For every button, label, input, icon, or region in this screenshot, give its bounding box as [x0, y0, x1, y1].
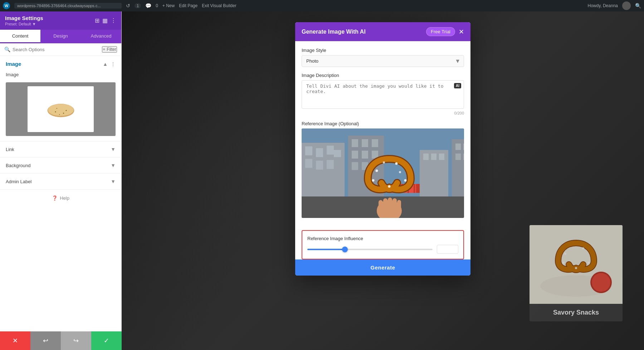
admin-label-chevron-icon[interactable]: ▼	[111, 179, 116, 184]
sidebar-title: Image Settings	[5, 15, 43, 21]
image-section-header[interactable]: Image ▲ ⋮	[0, 56, 121, 72]
link-section-title: Link	[6, 147, 14, 152]
svg-rect-21	[327, 146, 334, 155]
modal-body: Image Style Photo ▼ Image Description	[295, 41, 470, 230]
generate-button[interactable]: Generate	[295, 259, 470, 276]
cancel-button[interactable]: ✕	[0, 331, 30, 350]
new-button[interactable]: + New	[162, 3, 175, 8]
image-section-title: Image	[6, 61, 21, 67]
sidebar-header-icons: ⊞ ▦ ⋮	[95, 17, 116, 24]
svg-rect-30	[352, 151, 358, 159]
image-label-row: Image	[0, 72, 121, 82]
sidebar-preset[interactable]: Preset: Default ▼	[5, 22, 43, 26]
reload-icon[interactable]: ↺	[126, 3, 130, 9]
reference-image-container	[302, 128, 464, 218]
help-section[interactable]: ❓ Help	[0, 190, 121, 206]
tab-advanced[interactable]: Advanced	[81, 30, 121, 43]
modal-title: Generate Image With AI	[302, 29, 366, 35]
svg-point-59	[395, 162, 398, 165]
search-icon[interactable]: 🔍	[635, 3, 641, 9]
layout-icon[interactable]: ▦	[102, 17, 108, 24]
svg-point-3	[55, 111, 56, 112]
background-chevron-icon[interactable]: ▼	[111, 162, 116, 168]
undo-button[interactable]: ↩	[30, 331, 61, 350]
ai-badge: AI	[454, 83, 461, 88]
svg-rect-40	[455, 144, 461, 150]
image-style-group: Image Style Photo ▼	[302, 48, 464, 67]
svg-point-60	[404, 179, 407, 182]
filter-label: Filter	[107, 47, 116, 52]
reference-image-group: Reference Image (Optional)	[302, 121, 464, 218]
slider-track	[307, 249, 433, 250]
image-style-select[interactable]: Photo	[302, 55, 464, 67]
link-section-header[interactable]: Link ▼	[0, 141, 121, 157]
image-section-more-icon[interactable]: ⋮	[111, 61, 116, 67]
modal-header: Generate Image With AI Free Trial ✕	[295, 22, 470, 41]
svg-rect-41	[463, 144, 464, 150]
image-description-textarea[interactable]	[302, 80, 464, 109]
search-icon: 🔍	[4, 47, 10, 52]
preview-image	[45, 97, 77, 122]
wp-logo-icon[interactable]: W	[3, 2, 10, 9]
svg-rect-23	[305, 159, 312, 168]
admin-label-section-title: Admin Label	[6, 179, 31, 184]
svg-rect-22	[334, 150, 341, 157]
filter-button[interactable]: + Filter	[102, 46, 117, 53]
comments-icon[interactable]: 💬	[145, 3, 151, 9]
counter-badge: 1	[135, 3, 141, 8]
comments-count: 0	[156, 3, 158, 8]
textarea-wrapper: AI	[302, 80, 464, 110]
confirm-button[interactable]: ✓	[91, 331, 122, 350]
tab-content[interactable]: Content	[0, 30, 40, 43]
redo-button[interactable]: ↪	[61, 331, 91, 350]
svg-rect-38	[439, 154, 444, 160]
edit-page-button[interactable]: Edit Page	[179, 3, 197, 8]
svg-rect-20	[316, 148, 323, 157]
help-label: Help	[60, 195, 69, 201]
svg-rect-29	[372, 139, 378, 147]
image-sublabel: Image	[6, 72, 19, 77]
svg-rect-42	[455, 154, 461, 160]
search-bar: 🔍 + Filter	[0, 43, 121, 56]
image-section-controls: ▲ ⋮	[103, 61, 116, 67]
svg-rect-27	[352, 139, 358, 147]
char-count: 0/200	[302, 111, 464, 115]
svg-rect-54	[383, 198, 387, 214]
modal-overlay: Generate Image With AI Free Trial ✕ Imag…	[122, 11, 644, 350]
image-style-label: Image Style	[302, 48, 464, 53]
reference-influence-section: Reference Image Influence 30%	[302, 230, 464, 259]
svg-rect-37	[431, 154, 436, 160]
image-section-toggle-icon[interactable]: ▲	[103, 61, 108, 67]
canvas-area: DIVI	[122, 11, 644, 350]
filter-plus-icon: +	[103, 47, 105, 52]
modal-header-right: Free Trial ✕	[426, 27, 464, 36]
svg-rect-57	[397, 200, 401, 214]
image-preview	[6, 82, 116, 136]
sidebar-section-image: Image ▲ ⋮ Image	[0, 56, 121, 141]
main-layout: Image Settings Preset: Default ▼ ⊞ ▦ ⋮ C…	[0, 11, 644, 350]
exit-builder-button[interactable]: Exit Visual Builder	[202, 3, 236, 8]
avatar	[622, 1, 631, 10]
modal-close-button[interactable]: ✕	[459, 29, 464, 35]
slider-thumb[interactable]	[342, 247, 348, 252]
reference-image-label: Reference Image (Optional)	[302, 121, 464, 126]
svg-point-4	[63, 113, 64, 114]
svg-point-63	[383, 161, 385, 164]
search-input[interactable]	[13, 47, 100, 52]
tab-design[interactable]: Design	[40, 30, 81, 43]
slider-row: 30%	[307, 245, 458, 254]
background-section-header[interactable]: Background ▼	[0, 157, 121, 173]
svg-rect-53	[379, 200, 383, 214]
url-bar: wordpress-784896-3766464.cloudwaysapps.c…	[14, 3, 122, 9]
generate-button-wrapper: Generate	[295, 259, 470, 276]
reference-image-svg	[302, 128, 464, 218]
free-trial-badge[interactable]: Free Trial	[426, 27, 455, 36]
admin-label-section-header[interactable]: Admin Label ▼	[0, 174, 121, 189]
responsive-icon[interactable]: ⊞	[95, 17, 99, 24]
svg-rect-33	[352, 162, 358, 170]
influence-value-input[interactable]: 30%	[437, 245, 458, 254]
link-chevron-icon[interactable]: ▼	[111, 146, 116, 152]
svg-point-62	[388, 185, 391, 188]
more-options-icon[interactable]: ⋮	[111, 17, 116, 24]
sidebar-section-admin-label: Admin Label ▼	[0, 174, 121, 190]
